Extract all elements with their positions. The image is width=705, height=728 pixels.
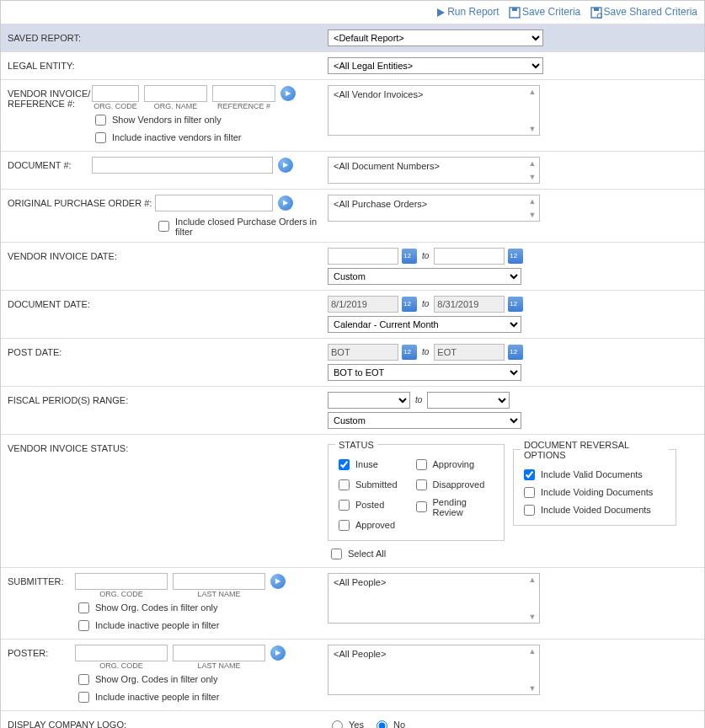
chk-include-inactive-vendors[interactable] (95, 132, 106, 143)
chk-status-pending[interactable] (416, 501, 427, 512)
scroll-down-icon[interactable]: ▼ (527, 173, 537, 181)
chk-poster-include-inactive[interactable] (78, 692, 89, 703)
row-vendor-invoice-date: VENDOR INVOICE DATE: to Custom (1, 242, 704, 290)
saved-report-select[interactable]: <Default Report> (328, 29, 543, 46)
chk-status-approving[interactable] (416, 459, 427, 470)
vendor-inv-date-from[interactable] (328, 248, 398, 265)
chk-reversal-voiding[interactable] (524, 487, 535, 498)
vendor-inv-date-to[interactable] (434, 248, 505, 265)
document-num-go-button[interactable] (278, 158, 293, 173)
scroll-up-icon[interactable]: ▲ (527, 197, 537, 206)
chk-submitter-orgcodes-only[interactable] (78, 602, 89, 613)
label-vendor-invoice-date: VENDOR INVOICE DATE: (8, 248, 172, 261)
vendor-invoices-listbox[interactable]: <All Vendor Invoices> ▲ ▼ (328, 85, 540, 136)
cap-org-name: ORG. NAME (144, 102, 207, 110)
label-orig-po: ORIGINAL PURCHASE ORDER #: (8, 195, 155, 208)
save-shared-criteria-link[interactable]: Save Shared Criteria (590, 6, 697, 18)
scroll-down-icon[interactable]: ▼ (527, 613, 537, 621)
scroll-down-icon[interactable]: ▼ (527, 125, 537, 133)
label-vendor-invoice-status: VENDOR INVOICE STATUS: (8, 440, 172, 453)
poster-org-code-input[interactable] (75, 645, 168, 661)
chk-select-all-status[interactable] (331, 549, 342, 559)
chk-reversal-voided[interactable] (524, 505, 535, 516)
row-submitter: SUBMITTER: ORG. CODE LAST NAME Show Org.… (1, 567, 704, 639)
doc-date-from[interactable] (328, 296, 398, 313)
chk-status-approved[interactable] (339, 520, 350, 531)
scroll-up-icon[interactable]: ▲ (527, 647, 537, 656)
vendor-reference-input[interactable] (212, 85, 275, 102)
svg-marker-0 (437, 8, 445, 17)
chk-status-submitted[interactable] (339, 479, 350, 490)
orig-po-go-button[interactable] (278, 195, 293, 211)
scroll-up-icon[interactable]: ▲ (527, 159, 537, 168)
doc-date-range-select[interactable]: Calendar - Current Month (328, 316, 521, 333)
row-orig-po: ORIGINAL PURCHASE ORDER #: Include close… (1, 189, 704, 242)
label-fiscal-period: FISCAL PERIOD(S) RANGE: (8, 392, 172, 405)
calendar-icon[interactable] (508, 297, 523, 312)
document-num-input[interactable] (92, 157, 273, 174)
poster-listbox[interactable]: <All People> ▲ ▼ (328, 645, 540, 695)
chk-show-vendors-only[interactable] (95, 115, 106, 126)
chk-status-posted[interactable] (339, 500, 350, 511)
radio-logo-yes[interactable] (332, 720, 343, 728)
run-report-link[interactable]: Run Report (435, 6, 502, 18)
row-poster: POSTER: ORG. CODE LAST NAME Show Org. Co… (1, 639, 704, 710)
radio-logo-no[interactable] (377, 720, 387, 728)
vendor-org-name-input[interactable] (144, 85, 207, 102)
chk-status-inuse[interactable] (339, 459, 350, 470)
fiscal-range-select[interactable]: Custom (328, 412, 521, 429)
submitter-go-button[interactable] (270, 574, 286, 589)
chk-reversal-valid[interactable] (524, 469, 535, 480)
reversal-fieldset: DOCUMENT REVERSAL OPTIONS Include Valid … (513, 440, 676, 526)
scroll-up-icon[interactable]: ▲ (527, 88, 537, 96)
post-date-range-select[interactable]: BOT to EOT (328, 364, 521, 381)
label-submitter: SUBMITTER: (8, 573, 75, 586)
label-display-logo: DISPLAY COMPANY LOGO: (8, 716, 172, 728)
submitter-org-code-input[interactable] (75, 573, 168, 590)
scroll-up-icon[interactable]: ▲ (527, 575, 537, 584)
poster-lastname-input[interactable] (173, 645, 265, 661)
vendor-org-code-input[interactable] (92, 85, 139, 102)
row-legal-entity: LEGAL ENTITY: <All Legal Entities> (1, 51, 704, 79)
poster-go-button[interactable] (270, 645, 286, 661)
chk-status-disapproved[interactable] (416, 479, 427, 490)
label-post-date: POST DATE: (8, 344, 172, 357)
label-poster: POSTER: (8, 645, 75, 658)
post-date-from[interactable] (328, 344, 398, 361)
chk-include-closed-po[interactable] (158, 221, 169, 232)
chk-poster-orgcodes-only[interactable] (78, 674, 89, 685)
row-document-num: DOCUMENT #: <All Document Numbers> ▲ ▼ (1, 151, 704, 189)
cap-poster-lastname: LAST NAME (173, 661, 265, 670)
label-document-date: DOCUMENT DATE: (8, 296, 172, 309)
calendar-icon[interactable] (402, 297, 417, 312)
fiscal-from-select[interactable] (328, 392, 410, 409)
calendar-icon[interactable] (508, 345, 523, 360)
row-display-logo: DISPLAY COMPANY LOGO: Yes No ECOS Report… (1, 710, 704, 728)
post-date-to[interactable] (434, 344, 505, 361)
cap-reference: REFERENCE # (212, 102, 275, 110)
submitter-lastname-input[interactable] (173, 573, 265, 590)
row-saved-report: SAVED REPORT: <Default Report> (1, 24, 704, 51)
calendar-icon[interactable] (402, 249, 417, 264)
legal-entity-select[interactable]: <All Legal Entities> (328, 57, 543, 74)
vendor-ref-go-button[interactable] (280, 86, 296, 101)
play-icon (435, 8, 446, 18)
orig-po-listbox[interactable]: <All Purchase Orders> ▲ ▼ (328, 195, 540, 222)
save-criteria-link[interactable]: Save Criteria (509, 6, 584, 18)
calendar-icon[interactable] (508, 249, 523, 264)
save-shared-icon (590, 7, 602, 19)
calendar-icon[interactable] (402, 345, 417, 360)
chk-submitter-include-inactive[interactable] (78, 620, 89, 631)
doc-date-to[interactable] (434, 296, 505, 313)
vendor-inv-date-range-select[interactable]: Custom (328, 268, 521, 285)
document-num-listbox[interactable]: <All Document Numbers> ▲ ▼ (328, 157, 540, 184)
cap-poster-orgcode: ORG. CODE (75, 661, 168, 670)
orig-po-input[interactable] (155, 195, 273, 211)
label-legal-entity: LEGAL ENTITY: (8, 57, 172, 71)
fiscal-to-select[interactable] (427, 392, 510, 409)
svg-rect-2 (512, 8, 517, 11)
submitter-listbox[interactable]: <All People> ▲ ▼ (328, 573, 540, 624)
scroll-down-icon[interactable]: ▼ (527, 684, 537, 693)
row-fiscal-period: FISCAL PERIOD(S) RANGE: to Custom (1, 386, 704, 434)
scroll-down-icon[interactable]: ▼ (527, 211, 537, 219)
